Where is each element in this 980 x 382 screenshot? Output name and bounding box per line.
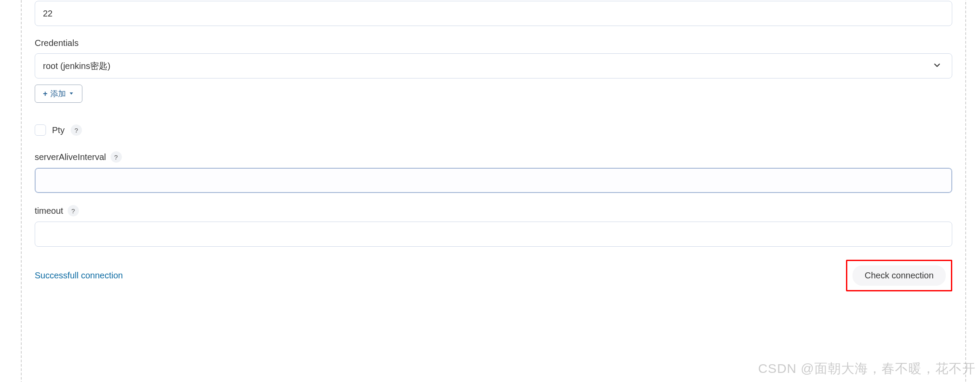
- credentials-select[interactable]: root (jenkins密匙): [35, 53, 952, 78]
- check-connection-highlight: Check connection: [846, 260, 952, 291]
- credentials-label-row: Credentials: [35, 38, 952, 48]
- svg-marker-0: [69, 92, 73, 95]
- credentials-label: Credentials: [35, 38, 78, 48]
- caret-down-icon: [69, 89, 74, 98]
- port-group: [35, 1, 952, 26]
- server-alive-interval-label: serverAliveInterval: [35, 152, 106, 162]
- check-connection-label: Check connection: [865, 271, 934, 280]
- server-alive-interval-input[interactable]: [35, 168, 952, 193]
- server-alive-interval-group: serverAliveInterval ?: [35, 151, 952, 193]
- connection-status-text: Successfull connection: [35, 271, 123, 281]
- timeout-input[interactable]: [35, 222, 952, 247]
- status-row: Successfull connection Check connection: [35, 260, 952, 291]
- check-connection-button[interactable]: Check connection: [853, 265, 946, 286]
- timeout-group: timeout ?: [35, 205, 952, 247]
- plus-icon: +: [43, 89, 48, 98]
- add-credentials-label: 添加: [50, 88, 66, 99]
- credentials-group: Credentials root (jenkins密匙) + 添加: [35, 38, 952, 103]
- server-alive-interval-label-row: serverAliveInterval ?: [35, 151, 952, 163]
- help-icon[interactable]: ?: [68, 205, 79, 216]
- pty-row: Pty ?: [35, 124, 952, 136]
- help-icon[interactable]: ?: [111, 151, 122, 163]
- pty-label: Pty: [52, 125, 65, 135]
- add-credentials-button[interactable]: + 添加: [35, 85, 82, 103]
- timeout-label: timeout: [35, 206, 63, 216]
- pty-checkbox[interactable]: [35, 124, 46, 136]
- help-icon[interactable]: ?: [71, 124, 82, 136]
- config-panel: Credentials root (jenkins密匙) + 添加 Pty ? …: [21, 0, 966, 382]
- timeout-label-row: timeout ?: [35, 205, 952, 216]
- port-input[interactable]: [35, 1, 952, 26]
- credentials-select-wrap: root (jenkins密匙): [35, 53, 952, 78]
